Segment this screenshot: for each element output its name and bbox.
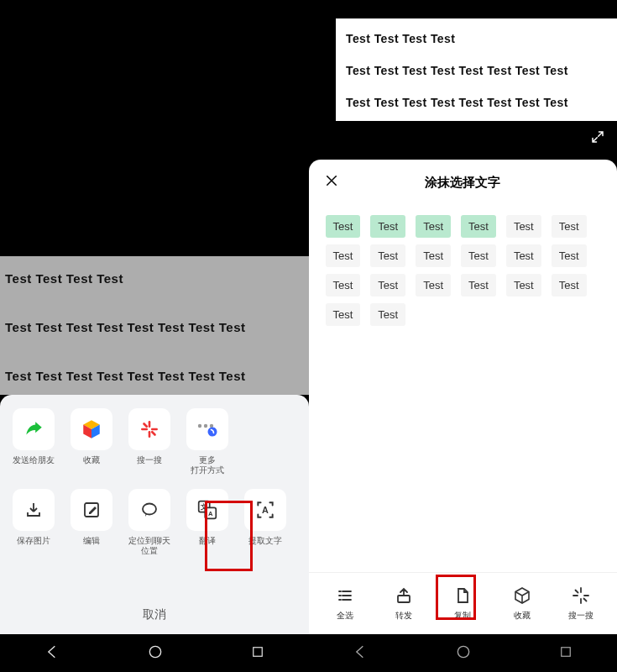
expand-icon[interactable] [590, 129, 605, 148]
bb-label: 搜一搜 [568, 610, 593, 622]
text-token[interactable]: Test [370, 303, 405, 326]
extract-text-icon: A [254, 499, 276, 521]
right-screenshot: Test Test Test Test Test Test Test Test … [309, 0, 618, 672]
sheet-item-label: 收藏 [83, 455, 100, 465]
sheet-row-1: 发送给朋友 收藏 搜一搜 更多 打开方式 [2, 405, 307, 482]
card-line: Test Test Test Test Test Test Test Test [346, 96, 607, 109]
sheet-item-more[interactable]: 更多 打开方式 [179, 405, 235, 482]
panel-header: 涂抹选择文字 [309, 160, 618, 200]
text-token[interactable]: Test [461, 274, 496, 297]
right-image-card: Test Test Test Test Test Test Test Test … [336, 18, 617, 121]
preview-line: Test Test Test Test Test Test Test Test [5, 369, 304, 383]
action-sheet: 发送给朋友 收藏 搜一搜 更多 打开方式 保存图片 [0, 395, 309, 634]
sheet-item-save[interactable]: 保存图片 [5, 486, 61, 563]
svg-point-6 [197, 424, 201, 428]
text-token[interactable]: Test [506, 244, 541, 267]
spark-outline-icon [571, 585, 591, 606]
svg-point-28 [458, 646, 469, 657]
svg-rect-29 [562, 647, 571, 656]
text-token[interactable]: Test [506, 274, 541, 297]
svg-text:A: A [208, 510, 213, 517]
text-token[interactable]: Test [326, 274, 361, 297]
nav-home-icon[interactable] [455, 643, 472, 664]
text-token[interactable]: Test [552, 244, 587, 267]
sheet-item-label: 编辑 [83, 536, 100, 546]
text-token[interactable]: Test [370, 215, 405, 238]
svg-line-5 [152, 432, 154, 434]
sheet-item-share[interactable]: 发送给朋友 [5, 405, 61, 482]
chat-icon [139, 500, 159, 520]
sheet-item-locate-chat[interactable]: 定位到聊天 位置 [121, 486, 177, 563]
text-token[interactable]: Test [326, 215, 361, 238]
sheet-item-translate[interactable]: 文A 翻译 [179, 486, 235, 563]
spark-icon [139, 418, 160, 440]
sheet-row-2: 保存图片 编辑 定位到聊天 位置 文A 翻译 A 提取文字 [2, 486, 307, 563]
nav-recent-icon[interactable] [558, 644, 573, 663]
text-token[interactable]: Test [326, 244, 361, 267]
panel-title: 涂抹选择文字 [339, 175, 588, 191]
sheet-item-extract-text[interactable]: A 提取文字 [237, 486, 293, 563]
sheet-item-label: 搜一搜 [137, 455, 162, 465]
sheet-item-label: 保存图片 [17, 536, 50, 546]
svg-point-7 [203, 424, 207, 428]
bb-label: 收藏 [514, 610, 531, 622]
text-token[interactable]: Test [370, 274, 405, 297]
svg-line-4 [144, 424, 146, 427]
nav-home-icon[interactable] [147, 643, 164, 664]
sheet-item-label: 更多 打开方式 [191, 455, 224, 475]
text-token[interactable]: Test [552, 274, 587, 297]
text-token[interactable]: Test [326, 303, 361, 326]
sheet-item-favorite[interactable]: 收藏 [63, 405, 119, 482]
cancel-label: 取消 [143, 607, 166, 622]
preview-line: Test Test Test Test Test Test Test Test [5, 320, 304, 334]
left-image-preview: Test Test Test Test Test Test Test Test … [0, 256, 309, 395]
svg-line-26 [575, 591, 578, 593]
text-select-panel: 涂抹选择文字 TestTestTestTestTestTestTestTestT… [309, 160, 618, 634]
svg-point-17 [149, 646, 160, 657]
edit-icon [81, 500, 102, 520]
text-token[interactable]: Test [506, 215, 541, 238]
copy-icon [452, 585, 473, 606]
left-screenshot: Test Test Test Test Test Test Test Test … [0, 0, 309, 672]
card-line: Test Test Test Test [346, 32, 607, 45]
svg-rect-21 [398, 596, 410, 602]
bb-select-all[interactable]: 全选 [322, 585, 369, 622]
sheet-item-label: 提取文字 [248, 536, 282, 546]
sheet-item-label: 定位到聊天 位置 [128, 536, 170, 556]
sheet-cancel-button[interactable]: 取消 [2, 596, 307, 634]
text-token[interactable]: Test [552, 215, 587, 238]
text-token[interactable]: Test [416, 215, 451, 238]
text-token[interactable]: Test [461, 244, 496, 267]
select-all-icon [335, 585, 355, 606]
bb-label: 复制 [454, 610, 471, 622]
svg-text:文: 文 [200, 503, 207, 511]
svg-line-27 [583, 599, 586, 601]
close-icon[interactable] [324, 173, 339, 192]
share-arrow-icon [23, 418, 44, 440]
nav-recent-icon[interactable] [250, 644, 265, 663]
text-token[interactable]: Test [461, 215, 496, 238]
sheet-item-edit[interactable]: 编辑 [63, 486, 119, 563]
text-token[interactable]: Test [416, 274, 451, 297]
bb-forward[interactable]: 转发 [380, 585, 427, 622]
bb-copy[interactable]: 复制 [439, 585, 486, 622]
svg-text:A: A [262, 505, 269, 515]
preview-line: Test Test Test Test [5, 271, 304, 286]
forward-icon [394, 585, 414, 606]
more-icon [195, 417, 220, 441]
download-icon [24, 500, 44, 520]
bb-favorite[interactable]: 收藏 [499, 585, 546, 622]
sheet-item-label: 翻译 [199, 536, 216, 546]
translate-icon: 文A [196, 499, 218, 521]
nav-back-icon[interactable] [44, 643, 60, 664]
nav-back-icon[interactable] [352, 643, 369, 664]
text-token[interactable]: Test [370, 244, 405, 267]
bb-label: 转发 [395, 610, 412, 622]
left-black-area [0, 0, 309, 256]
sheet-item-search[interactable]: 搜一搜 [121, 405, 177, 482]
system-nav-bar [0, 634, 309, 672]
panel-bottom-bar: 全选 转发 复制 收藏 搜一搜 [309, 572, 618, 634]
text-token[interactable]: Test [416, 244, 451, 267]
bb-search[interactable]: 搜一搜 [557, 585, 604, 622]
token-area[interactable]: TestTestTestTestTestTestTestTestTestTest… [309, 200, 618, 333]
